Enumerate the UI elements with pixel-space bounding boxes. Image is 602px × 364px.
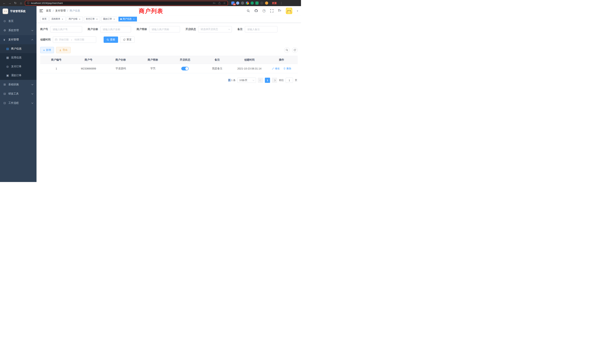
browser-home-icon[interactable] [19,1,23,6]
tab-refund-order[interactable]: 退款订单 [101,17,117,21]
browser-forward-icon[interactable] [7,1,12,6]
fullscreen-icon[interactable] [270,9,273,12]
browser-update-button[interactable]: 更新 [272,1,277,5]
close-icon[interactable] [96,18,98,20]
user-avatar[interactable] [286,8,292,14]
extension-icon[interactable] [260,1,263,5]
sidebar-item-app-info[interactable]: 应用信息 [0,53,36,62]
sidebar-item-infrastructure[interactable]: 基础设施 [0,80,36,89]
github-icon[interactable] [255,9,258,12]
status-select-placeholder: 请选择开启状态 [201,28,228,31]
sidebar-item-merchant-info[interactable]: 商户信息 [0,44,36,53]
tab-label: 退款订单 [103,17,112,21]
filter-full-name: 商户全称 [88,26,131,32]
breadcrumb-home[interactable]: 首页 [46,9,51,12]
browser-menu-icon[interactable] [279,1,284,6]
full-name-input[interactable] [100,26,131,32]
password-key-icon[interactable] [213,2,215,4]
remark-input[interactable] [245,26,278,32]
extension-icon[interactable] [241,1,244,5]
sidebar-item-home[interactable]: 首页 [0,17,36,26]
merchant-no-label: 商户号 [40,28,48,31]
calendar-icon [55,38,57,41]
help-icon[interactable] [262,9,266,12]
active-dot [120,18,122,20]
refresh-button[interactable] [292,47,298,53]
merchant-table: 商户编号 商户号 商户全称 商户简称 开启状态 备注 创建时间 操作 1 M23… [40,56,298,73]
extension-icon[interactable]: 10 [231,1,235,5]
toggle-search-button[interactable] [284,47,290,53]
close-icon[interactable] [113,18,116,20]
page-1-button[interactable]: 1 [265,78,270,83]
close-icon[interactable] [132,18,135,20]
col-header-full-name: 商户全称 [105,56,137,64]
hamburger-menu-icon[interactable] [40,10,43,12]
search-button-label: 搜索 [110,38,115,41]
reset-button[interactable]: 重置 [120,36,135,43]
url-text: localhost:1024/pay/merchant [31,2,63,4]
merchant-no-input[interactable] [50,26,82,32]
menu-label: 系统管理 [8,29,19,32]
add-button-label: 新增 [46,48,51,52]
create-time-range-picker[interactable]: 开始日期 - 结束日期 [53,36,96,43]
tab-pay-order[interactable]: 支付订单 [84,17,100,21]
menu-label: 研发工具 [8,92,19,96]
avatar-caret-icon[interactable] [297,9,298,12]
breadcrumb-separator [53,9,54,12]
sidebar-item-pay-order[interactable]: 支付订单 [0,62,36,71]
site-info-icon[interactable] [27,1,30,5]
tab-label: 支付订单 [86,17,95,21]
prev-page-button[interactable] [258,78,263,83]
sidebar-menu: 首页 系统管理 支付管理 商户信息 应用信息 [0,17,36,108]
status-toggle[interactable] [181,67,189,70]
sidebar-item-system[interactable]: 系统管理 [0,26,36,35]
close-icon[interactable] [78,18,81,20]
chevron-left-icon [259,79,261,81]
extension-icon[interactable] [255,1,258,5]
browser-reload-icon[interactable] [13,1,18,6]
tab-merchant-info[interactable]: 商户信息 [118,17,137,21]
address-bar[interactable]: localhost:1024/pay/merchant [25,1,228,6]
extension-icon[interactable] [251,1,254,5]
share-icon[interactable] [218,2,221,4]
col-header-remark: 备注 [201,56,233,64]
delete-link[interactable]: 删除 [283,67,291,70]
search-button[interactable]: 搜索 [104,36,118,43]
plus-icon [43,49,45,52]
sidebar-item-refund-order[interactable]: 退款订单 [0,71,36,80]
tab-process-form[interactable]: 流程表单 [50,17,66,21]
extension-icon[interactable] [265,1,268,5]
chevron-down-icon [32,83,33,85]
search-icon[interactable] [247,9,250,12]
export-button-label: 导出 [63,48,68,52]
cell-remark: 我是备注 [201,64,233,73]
sidebar-item-dev-tools[interactable]: 研发工具 [0,89,36,98]
status-select[interactable]: 请选择开启状态 [198,26,232,32]
header-actions [247,8,298,14]
close-icon[interactable] [61,18,64,20]
next-page-button[interactable] [272,78,277,83]
export-button[interactable]: 导出 [56,47,71,53]
edit-link[interactable]: 修改 [272,67,280,70]
col-header-id: 商户编号 [40,56,73,64]
app-logo[interactable]: 芋道管理系统 [0,6,36,17]
breadcrumb-payment[interactable]: 支付管理 [55,9,66,12]
tab-user-group[interactable]: 用户分组 [67,17,83,21]
browser-back-icon[interactable] [2,1,7,6]
add-button[interactable]: 新增 [40,47,54,53]
extension-icon[interactable] [246,1,249,5]
tab-home[interactable]: 首页 [40,17,48,21]
page-size-value: 10条/页 [239,79,247,82]
extension-icon[interactable] [236,1,239,5]
bookmark-star-icon[interactable] [223,1,226,5]
cell-full-name: 芋道源码 [105,64,137,73]
goto-page-input[interactable] [286,78,293,83]
filter-short-name: 商户简称 [137,26,180,32]
sidebar-item-payment[interactable]: 支付管理 [0,35,36,44]
page-size-select[interactable]: 10条/页 [237,78,256,83]
chevron-right-icon [274,79,275,81]
short-name-input[interactable] [149,26,180,32]
menu-label: 工作流程 [8,101,19,105]
font-size-icon[interactable] [278,9,281,12]
sidebar-item-workflow[interactable]: 工作流程 [0,98,36,108]
